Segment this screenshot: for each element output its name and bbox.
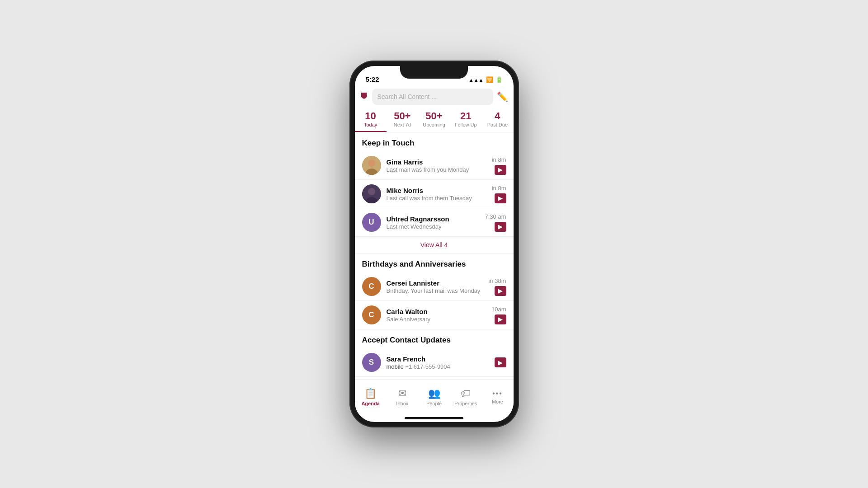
contact-mike-right: in 8m ▶ bbox=[492, 185, 506, 203]
avatar-uhtred: U bbox=[362, 213, 381, 232]
status-icons: ▲▲▲ 🛜 🔋 bbox=[469, 76, 503, 83]
status-time: 5:22 bbox=[366, 75, 379, 83]
tab-today[interactable]: 10 Today bbox=[355, 108, 387, 132]
properties-icon: 🏷 bbox=[461, 388, 471, 399]
contact-carla[interactable]: C Carla Walton Sale Anniversary 10am ▶ bbox=[355, 301, 514, 329]
nav-people[interactable]: 👥 People bbox=[418, 388, 450, 410]
inbox-icon: ✉ bbox=[398, 388, 406, 399]
contact-mike-info: Mike Norris Last call was from them Tues… bbox=[387, 187, 492, 202]
wifi-icon: 🛜 bbox=[486, 76, 493, 83]
tab-next7d[interactable]: 50+ Next 7d bbox=[387, 108, 418, 132]
properties-label: Properties bbox=[454, 401, 477, 406]
keep-in-touch-header: Keep in Touch bbox=[355, 132, 514, 151]
search-bar-row: ⛊ Search All Content ... ✏️ bbox=[355, 86, 514, 108]
filter-icon[interactable]: ⛊ bbox=[360, 92, 368, 102]
tabs-row: 10 Today 50+ Next 7d 50+ Upcoming 21 Fol… bbox=[355, 108, 514, 132]
contact-uhtred-right: 7:30 am ▶ bbox=[485, 213, 506, 232]
people-icon: 👥 bbox=[428, 388, 440, 399]
contact-cersei-right: in 38m ▶ bbox=[488, 277, 506, 296]
nav-inbox[interactable]: ✉ Inbox bbox=[387, 388, 418, 410]
home-indicator bbox=[405, 417, 463, 419]
svg-point-1 bbox=[368, 160, 375, 167]
agenda-icon: 📋 bbox=[364, 388, 377, 399]
contact-gina[interactable]: Gina Harris Last mail was from you Monda… bbox=[355, 151, 514, 180]
uhtred-arrow[interactable]: ▶ bbox=[495, 222, 506, 232]
gina-arrow[interactable]: ▶ bbox=[495, 165, 506, 175]
contact-sara-info: Sara French mobile +1 617-555-9904 bbox=[387, 355, 495, 370]
contact-carla-info: Carla Walton Sale Anniversary bbox=[387, 308, 491, 323]
avatar-sara: S bbox=[362, 353, 381, 372]
scroll-area: Keep in Touch Gina Harris Last mail was … bbox=[355, 132, 514, 380]
avatar-gina bbox=[362, 156, 381, 175]
agenda-label: Agenda bbox=[361, 401, 379, 406]
svg-point-4 bbox=[368, 188, 375, 195]
carla-arrow[interactable]: ▶ bbox=[495, 314, 506, 324]
cersei-arrow[interactable]: ▶ bbox=[495, 286, 506, 296]
notch bbox=[400, 66, 468, 79]
signal-icon: ▲▲▲ bbox=[469, 77, 484, 83]
sara-arrow[interactable]: ▶ bbox=[495, 357, 506, 367]
tab-followup[interactable]: 21 Follow Up bbox=[450, 108, 481, 132]
contact-cersei-info: Cersei Lannister Birthday. Your last mai… bbox=[387, 279, 489, 294]
search-input[interactable]: Search All Content ... bbox=[372, 89, 493, 105]
contact-carla-right: 10am ▶ bbox=[491, 306, 506, 324]
more-label: More bbox=[492, 399, 503, 404]
view-all-keep-in-touch[interactable]: View All 4 bbox=[355, 237, 514, 253]
nav-more[interactable]: ••• More bbox=[481, 389, 513, 408]
battery-icon: 🔋 bbox=[495, 76, 503, 83]
nav-properties[interactable]: 🏷 Properties bbox=[450, 388, 481, 410]
contact-gina-info: Gina Harris Last mail was from you Monda… bbox=[387, 158, 492, 173]
birthdays-header: Birthdays and Anniversaries bbox=[355, 253, 514, 272]
compose-icon[interactable]: ✏️ bbox=[497, 91, 508, 102]
bottom-nav: 📋 Agenda ✉ Inbox 👥 People 🏷 Properties •… bbox=[355, 380, 514, 417]
contact-sara[interactable]: S Sara French mobile +1 617-555-9904 ▶ bbox=[355, 348, 514, 377]
contact-mike[interactable]: Mike Norris Last call was from them Tues… bbox=[355, 180, 514, 208]
contact-sara-right: ▶ bbox=[495, 357, 506, 367]
avatar-mike bbox=[362, 184, 381, 203]
nav-agenda[interactable]: 📋 Agenda bbox=[355, 388, 387, 410]
phone-screen: 5:22 ▲▲▲ 🛜 🔋 ⛊ Search All Content ... ✏️… bbox=[355, 66, 514, 422]
contact-cersei[interactable]: C Cersei Lannister Birthday. Your last m… bbox=[355, 272, 514, 301]
people-label: People bbox=[426, 401, 442, 406]
avatar-cersei: C bbox=[362, 277, 381, 296]
avatar-carla: C bbox=[362, 305, 381, 324]
contact-gina-right: in 8m ▶ bbox=[492, 156, 506, 175]
tab-upcoming[interactable]: 50+ Upcoming bbox=[418, 108, 450, 132]
contact-uhtred-info: Uhtred Ragnarsson Last met Wednesday bbox=[387, 215, 485, 230]
phone-frame: 5:22 ▲▲▲ 🛜 🔋 ⛊ Search All Content ... ✏️… bbox=[349, 61, 519, 427]
tab-pastdue[interactable]: 4 Past Due bbox=[481, 108, 513, 132]
mike-arrow[interactable]: ▶ bbox=[495, 193, 506, 203]
contact-uhtred[interactable]: U Uhtred Ragnarsson Last met Wednesday 7… bbox=[355, 208, 514, 237]
inbox-label: Inbox bbox=[396, 401, 408, 406]
more-icon: ••• bbox=[492, 389, 503, 398]
accept-updates-header: Accept Contact Updates bbox=[355, 329, 514, 348]
